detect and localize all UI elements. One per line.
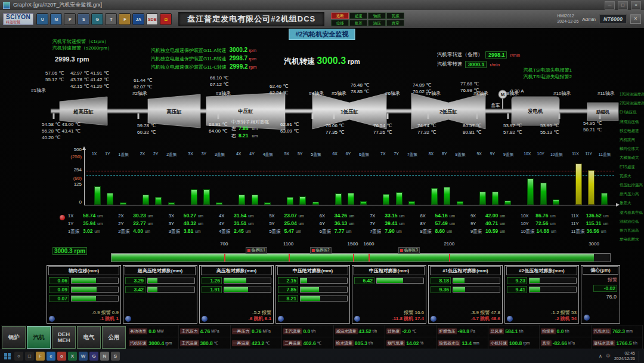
bearing-tick	[507, 113, 509, 119]
temp-value: 62.40 ℃	[270, 84, 288, 90]
temp-value: 67.12 ℃	[210, 82, 228, 88]
bearing-temps-top: 62.40 ℃62.24 ℃	[270, 84, 288, 97]
tray-up-icon[interactable]: ∧	[599, 353, 602, 359]
tray-time: 02:45	[624, 351, 635, 355]
vibration-reading-value: 58.74	[83, 213, 95, 219]
measure-value: 0.09	[49, 286, 69, 293]
measurement-value: 100.8	[509, 340, 522, 346]
edge-icon[interactable]: e	[47, 352, 55, 361]
vibration-group-labels: 5X5Y5盖振	[280, 152, 326, 158]
temp-value: 77.68 ℃	[460, 81, 479, 88]
ip-rotor-value: 8.21	[239, 133, 249, 139]
minimize-button[interactable]: ─	[605, 1, 615, 10]
vibration-reading-unit: um	[248, 222, 253, 226]
print-icon[interactable]: P	[64, 13, 76, 25]
protection-status-grid: 遮断超速轴振瓦振位移胀差油压真空	[331, 13, 404, 26]
vibration-group-bars	[425, 158, 470, 205]
vibration-reading-value: 5.47	[284, 228, 294, 234]
word-icon[interactable]: W	[79, 352, 88, 361]
temp-value: 66.10 ℃	[210, 75, 228, 82]
critical-zone-chip: 临界区3	[398, 247, 420, 254]
measurement-label: 除氧器水位	[438, 340, 460, 346]
nav-deh-meh[interactable]: DEHMEH	[52, 326, 76, 349]
nav-boiler[interactable]: 锅炉	[2, 326, 26, 349]
measure-bar-fill	[148, 287, 157, 292]
bearing-label: #5轴承	[332, 90, 346, 97]
monitor-icon[interactable]: M	[50, 13, 62, 25]
clock[interactable]: 02:45 2024/12/26	[614, 351, 635, 362]
sdb-logo[interactable]: SDB	[146, 13, 158, 25]
vibration-reading-value: 14.88	[537, 228, 549, 234]
vibration-group-labels: 6X6Y6盖振	[328, 152, 373, 158]
vibration-reading-value: 136.52	[586, 213, 602, 219]
nav-common[interactable]: 公用	[102, 326, 126, 349]
temp-value: 53.95 ℃	[540, 123, 559, 130]
notepad-icon[interactable]: N	[100, 352, 109, 361]
vibration-reading-label: 4X	[219, 213, 232, 219]
language-indicator[interactable]: 中	[606, 353, 611, 359]
vibration-group-labels: 2X2Y2盖振	[136, 152, 181, 158]
vibration-label: 8Y	[442, 152, 447, 158]
panel-title: 偏心(μm)	[583, 266, 618, 275]
alarm-list-item: 瓦振大	[620, 171, 643, 180]
phone-icon[interactable]: T	[105, 13, 117, 25]
graphx-icon[interactable]: G	[89, 352, 98, 361]
measurement-cell: 一再压力0.76MPa	[231, 325, 282, 337]
vibration-group-labels: 3X3Y3盖振	[184, 152, 229, 158]
bearing-label: #4轴承	[309, 90, 324, 97]
measure-value: 9.36	[431, 286, 451, 293]
vibration-reading-label: 8X	[420, 213, 434, 219]
temp-value: 53.97 ℃	[503, 123, 522, 130]
vibration-readings-column: 8X54.16um8Y57.49um8盖振8.60um	[419, 213, 469, 236]
search-icon[interactable]: ○	[14, 352, 23, 361]
measure-value: 6.42	[354, 277, 374, 284]
vibration-reading-label: 6X	[320, 213, 333, 219]
zero-speed-unit: r/min	[510, 53, 521, 58]
vibration-label: 5X	[284, 152, 289, 158]
measurement-cell: 凝结水流量1766.5t/h	[592, 337, 643, 349]
vibration-reading-value: 3.81	[184, 228, 194, 234]
ip-rotor-expansion: 中压转子相对膨胀左7.85um右8.21um	[231, 119, 270, 139]
vibration-readings-column: 7X33.15um7Y39.41um7盖振7.90um	[369, 213, 419, 236]
vibration-reading-unit: um	[246, 229, 251, 233]
save-icon[interactable]: S	[78, 13, 89, 25]
y-axis-tick: 254	[58, 167, 82, 173]
taskview-icon[interactable]: □	[25, 352, 34, 361]
show-desktop-button[interactable]	[639, 351, 641, 362]
settings-icon[interactable]: S	[111, 352, 120, 361]
alarm-bell-icon[interactable]: Ω	[160, 13, 172, 25]
temp-value: 62.24 ℃	[270, 90, 288, 97]
vibration-group: 4X4Y4盖振	[232, 152, 277, 205]
toolbar-close-button[interactable]: ×	[630, 14, 641, 24]
explorer-icon[interactable]: F	[36, 352, 45, 361]
vibration-reading-label: 11Y	[571, 221, 584, 226]
vibration-readings-column: 4X31.54um4Y31.51um4盖振2.45um	[218, 213, 268, 236]
vibration-bar	[504, 201, 511, 205]
vibration-reading-label: 2X	[118, 213, 131, 219]
start-button[interactable]	[3, 352, 12, 361]
vibration-group: 7X7Y7盖振	[376, 152, 422, 205]
measurement-unit: ℃	[412, 329, 416, 334]
ja-logo[interactable]: JA	[132, 13, 144, 25]
user-icon[interactable]: U	[36, 13, 48, 25]
status-cell: 真空	[386, 20, 404, 26]
vibration-reading-label: 7盖振	[370, 229, 383, 235]
maximize-button[interactable]: □	[618, 1, 628, 10]
excel-icon[interactable]: X	[68, 352, 77, 361]
app-icon	[3, 2, 10, 9]
globe-icon[interactable]: G	[91, 13, 103, 25]
trip-limits: -4.7 跳机 48.6	[438, 316, 500, 322]
panel-indicator	[202, 316, 208, 322]
chrome-icon[interactable]: o	[57, 352, 66, 361]
measure-row: 7.85	[278, 286, 348, 293]
system-tray: ∧ 中 02:45 2024/12/26	[599, 351, 641, 362]
temp-value: 64.00 ℃	[209, 128, 227, 135]
close-button[interactable]: ×	[631, 1, 641, 10]
ip-rotor-side: 左	[231, 126, 236, 132]
nav-turbine[interactable]: 汽机	[27, 326, 51, 349]
vibration-reading: 4Y31.51um	[219, 220, 268, 228]
nav-electrical[interactable]: 电气	[77, 326, 101, 349]
folder-icon[interactable]: F	[119, 13, 131, 25]
measurement-label: 给水流量	[335, 340, 354, 346]
measurement-value: 43.52	[359, 328, 371, 334]
